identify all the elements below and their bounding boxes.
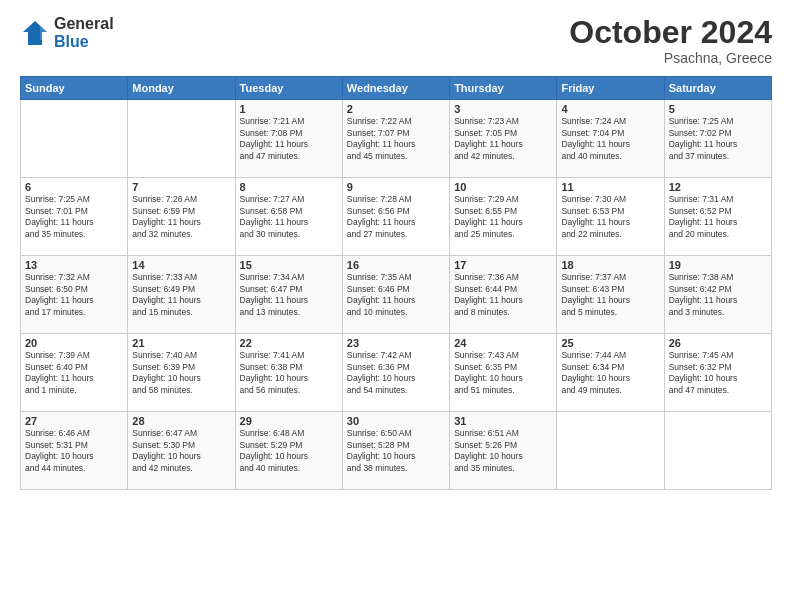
day-info: Sunrise: 7:45 AM Sunset: 6:32 PM Dayligh… <box>669 350 767 396</box>
day-number: 3 <box>454 103 552 115</box>
day-cell-w2-d1: 14Sunrise: 7:33 AM Sunset: 6:49 PM Dayli… <box>128 256 235 334</box>
day-info: Sunrise: 7:41 AM Sunset: 6:38 PM Dayligh… <box>240 350 338 396</box>
day-cell-w3-d5: 25Sunrise: 7:44 AM Sunset: 6:34 PM Dayli… <box>557 334 664 412</box>
day-number: 29 <box>240 415 338 427</box>
day-info: Sunrise: 6:51 AM Sunset: 5:26 PM Dayligh… <box>454 428 552 474</box>
day-number: 23 <box>347 337 445 349</box>
day-number: 5 <box>669 103 767 115</box>
day-cell-w4-d2: 29Sunrise: 6:48 AM Sunset: 5:29 PM Dayli… <box>235 412 342 490</box>
day-number: 13 <box>25 259 123 271</box>
day-cell-w0-d0 <box>21 100 128 178</box>
day-number: 8 <box>240 181 338 193</box>
day-info: Sunrise: 7:22 AM Sunset: 7:07 PM Dayligh… <box>347 116 445 162</box>
day-cell-w0-d2: 1Sunrise: 7:21 AM Sunset: 7:08 PM Daylig… <box>235 100 342 178</box>
day-number: 9 <box>347 181 445 193</box>
day-number: 1 <box>240 103 338 115</box>
day-info: Sunrise: 7:31 AM Sunset: 6:52 PM Dayligh… <box>669 194 767 240</box>
day-number: 16 <box>347 259 445 271</box>
day-cell-w4-d4: 31Sunrise: 6:51 AM Sunset: 5:26 PM Dayli… <box>450 412 557 490</box>
day-cell-w3-d4: 24Sunrise: 7:43 AM Sunset: 6:35 PM Dayli… <box>450 334 557 412</box>
day-info: Sunrise: 7:34 AM Sunset: 6:47 PM Dayligh… <box>240 272 338 318</box>
day-number: 12 <box>669 181 767 193</box>
day-cell-w1-d0: 6Sunrise: 7:25 AM Sunset: 7:01 PM Daylig… <box>21 178 128 256</box>
day-number: 17 <box>454 259 552 271</box>
day-info: Sunrise: 7:25 AM Sunset: 7:02 PM Dayligh… <box>669 116 767 162</box>
day-number: 28 <box>132 415 230 427</box>
day-info: Sunrise: 7:44 AM Sunset: 6:34 PM Dayligh… <box>561 350 659 396</box>
day-cell-w0-d4: 3Sunrise: 7:23 AM Sunset: 7:05 PM Daylig… <box>450 100 557 178</box>
logo-text: General Blue <box>54 15 114 50</box>
svg-marker-0 <box>23 21 47 45</box>
day-number: 4 <box>561 103 659 115</box>
day-cell-w2-d0: 13Sunrise: 7:32 AM Sunset: 6:50 PM Dayli… <box>21 256 128 334</box>
day-number: 10 <box>454 181 552 193</box>
calendar-header: Sunday Monday Tuesday Wednesday Thursday… <box>21 77 772 100</box>
col-thursday: Thursday <box>450 77 557 100</box>
day-cell-w0-d6: 5Sunrise: 7:25 AM Sunset: 7:02 PM Daylig… <box>664 100 771 178</box>
day-number: 27 <box>25 415 123 427</box>
day-info: Sunrise: 7:38 AM Sunset: 6:42 PM Dayligh… <box>669 272 767 318</box>
day-number: 19 <box>669 259 767 271</box>
day-info: Sunrise: 7:21 AM Sunset: 7:08 PM Dayligh… <box>240 116 338 162</box>
col-wednesday: Wednesday <box>342 77 449 100</box>
day-info: Sunrise: 7:32 AM Sunset: 6:50 PM Dayligh… <box>25 272 123 318</box>
day-info: Sunrise: 7:40 AM Sunset: 6:39 PM Dayligh… <box>132 350 230 396</box>
day-info: Sunrise: 7:43 AM Sunset: 6:35 PM Dayligh… <box>454 350 552 396</box>
day-info: Sunrise: 7:30 AM Sunset: 6:53 PM Dayligh… <box>561 194 659 240</box>
day-cell-w1-d5: 11Sunrise: 7:30 AM Sunset: 6:53 PM Dayli… <box>557 178 664 256</box>
day-number: 21 <box>132 337 230 349</box>
day-info: Sunrise: 6:48 AM Sunset: 5:29 PM Dayligh… <box>240 428 338 474</box>
day-number: 2 <box>347 103 445 115</box>
day-cell-w2-d5: 18Sunrise: 7:37 AM Sunset: 6:43 PM Dayli… <box>557 256 664 334</box>
day-number: 18 <box>561 259 659 271</box>
week-row-1: 6Sunrise: 7:25 AM Sunset: 7:01 PM Daylig… <box>21 178 772 256</box>
day-info: Sunrise: 7:42 AM Sunset: 6:36 PM Dayligh… <box>347 350 445 396</box>
day-info: Sunrise: 7:35 AM Sunset: 6:46 PM Dayligh… <box>347 272 445 318</box>
day-cell-w3-d1: 21Sunrise: 7:40 AM Sunset: 6:39 PM Dayli… <box>128 334 235 412</box>
day-cell-w3-d6: 26Sunrise: 7:45 AM Sunset: 6:32 PM Dayli… <box>664 334 771 412</box>
day-number: 26 <box>669 337 767 349</box>
day-cell-w1-d2: 8Sunrise: 7:27 AM Sunset: 6:58 PM Daylig… <box>235 178 342 256</box>
logo-general-text: General <box>54 15 114 33</box>
day-info: Sunrise: 7:25 AM Sunset: 7:01 PM Dayligh… <box>25 194 123 240</box>
logo-icon <box>20 18 50 48</box>
day-cell-w0-d5: 4Sunrise: 7:24 AM Sunset: 7:04 PM Daylig… <box>557 100 664 178</box>
day-info: Sunrise: 7:28 AM Sunset: 6:56 PM Dayligh… <box>347 194 445 240</box>
day-cell-w1-d3: 9Sunrise: 7:28 AM Sunset: 6:56 PM Daylig… <box>342 178 449 256</box>
day-cell-w3-d2: 22Sunrise: 7:41 AM Sunset: 6:38 PM Dayli… <box>235 334 342 412</box>
day-cell-w4-d1: 28Sunrise: 6:47 AM Sunset: 5:30 PM Dayli… <box>128 412 235 490</box>
day-info: Sunrise: 7:26 AM Sunset: 6:59 PM Dayligh… <box>132 194 230 240</box>
day-number: 11 <box>561 181 659 193</box>
day-number: 24 <box>454 337 552 349</box>
logo-blue-text: Blue <box>54 33 114 51</box>
page: General Blue October 2024 Psachna, Greec… <box>0 0 792 612</box>
day-number: 14 <box>132 259 230 271</box>
col-sunday: Sunday <box>21 77 128 100</box>
col-monday: Monday <box>128 77 235 100</box>
day-cell-w3-d0: 20Sunrise: 7:39 AM Sunset: 6:40 PM Dayli… <box>21 334 128 412</box>
calendar-body: 1Sunrise: 7:21 AM Sunset: 7:08 PM Daylig… <box>21 100 772 490</box>
day-info: Sunrise: 7:39 AM Sunset: 6:40 PM Dayligh… <box>25 350 123 396</box>
day-cell-w1-d4: 10Sunrise: 7:29 AM Sunset: 6:55 PM Dayli… <box>450 178 557 256</box>
logo: General Blue <box>20 15 114 50</box>
day-cell-w0-d3: 2Sunrise: 7:22 AM Sunset: 7:07 PM Daylig… <box>342 100 449 178</box>
day-cell-w2-d2: 15Sunrise: 7:34 AM Sunset: 6:47 PM Dayli… <box>235 256 342 334</box>
day-number: 7 <box>132 181 230 193</box>
day-number: 30 <box>347 415 445 427</box>
calendar-table: Sunday Monday Tuesday Wednesday Thursday… <box>20 76 772 490</box>
day-cell-w0-d1 <box>128 100 235 178</box>
day-info: Sunrise: 7:36 AM Sunset: 6:44 PM Dayligh… <box>454 272 552 318</box>
day-number: 22 <box>240 337 338 349</box>
day-cell-w4-d0: 27Sunrise: 6:46 AM Sunset: 5:31 PM Dayli… <box>21 412 128 490</box>
week-row-2: 13Sunrise: 7:32 AM Sunset: 6:50 PM Dayli… <box>21 256 772 334</box>
day-number: 6 <box>25 181 123 193</box>
day-cell-w4-d6 <box>664 412 771 490</box>
week-row-4: 27Sunrise: 6:46 AM Sunset: 5:31 PM Dayli… <box>21 412 772 490</box>
day-info: Sunrise: 7:29 AM Sunset: 6:55 PM Dayligh… <box>454 194 552 240</box>
title-block: October 2024 Psachna, Greece <box>569 15 772 66</box>
week-row-0: 1Sunrise: 7:21 AM Sunset: 7:08 PM Daylig… <box>21 100 772 178</box>
day-info: Sunrise: 7:24 AM Sunset: 7:04 PM Dayligh… <box>561 116 659 162</box>
day-info: Sunrise: 7:23 AM Sunset: 7:05 PM Dayligh… <box>454 116 552 162</box>
day-info: Sunrise: 7:33 AM Sunset: 6:49 PM Dayligh… <box>132 272 230 318</box>
header: General Blue October 2024 Psachna, Greec… <box>20 15 772 66</box>
